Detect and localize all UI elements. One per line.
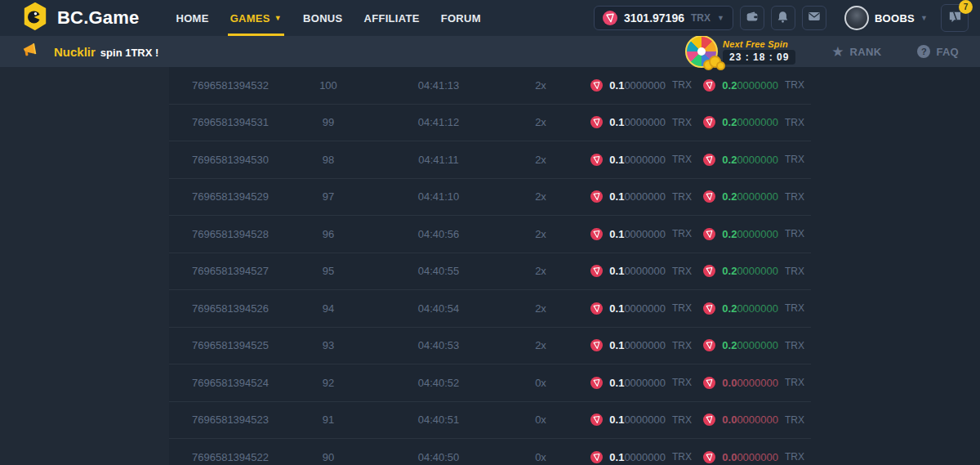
payout-multiplier: 0x bbox=[512, 414, 569, 426]
bet-id: 7696581394527 bbox=[169, 265, 292, 277]
trx-coin-icon bbox=[703, 302, 715, 315]
payout-currency: TRX bbox=[785, 451, 804, 463]
table-row[interactable]: 76965813945239104:40:510x0.10000000TRX0.… bbox=[169, 402, 811, 440]
announcement-right: Next Free Spin 23 : 18 : 09 ★ RANK ? FAQ bbox=[685, 36, 959, 67]
roll-result: 92 bbox=[292, 377, 365, 389]
trx-coin-icon bbox=[703, 116, 715, 128]
announcement-text: Nucklirspin 1TRX ! bbox=[54, 45, 158, 59]
free-spin-widget[interactable]: Next Free Spin 23 : 18 : 09 bbox=[685, 36, 795, 67]
bet-amount-value: 0.10000000 bbox=[609, 154, 666, 166]
payout-value: 0.20000000 bbox=[722, 339, 778, 351]
table-row[interactable]: 76965813945279504:40:552x0.10000000TRX0.… bbox=[169, 253, 811, 291]
trx-coin-icon bbox=[590, 377, 603, 389]
table-row[interactable]: 76965813945289604:40:562x0.10000000TRX0.… bbox=[169, 216, 811, 253]
bet-time: 04:40:51 bbox=[365, 414, 512, 426]
trx-coin-icon bbox=[703, 414, 715, 426]
trx-coin-icon bbox=[603, 11, 617, 25]
megaphone-icon bbox=[21, 41, 39, 62]
brand-logo[interactable]: BC.Game bbox=[21, 2, 139, 34]
trx-coin-icon bbox=[590, 116, 603, 128]
faq-link[interactable]: ? FAQ bbox=[917, 45, 959, 58]
payout-currency: TRX bbox=[785, 414, 804, 426]
payout-value: 0.00000000 bbox=[722, 377, 778, 389]
table-row[interactable]: 769658139453210004:41:132x0.10000000TRX0… bbox=[169, 67, 811, 105]
notifications-button[interactable] bbox=[771, 6, 795, 30]
nav-affiliate[interactable]: AFFILIATE bbox=[353, 0, 430, 36]
nav-bonus[interactable]: BONUS bbox=[292, 0, 353, 36]
bet-time: 04:41:13 bbox=[365, 79, 512, 92]
bet-id: 7696581394524 bbox=[169, 377, 292, 389]
table-row[interactable]: 76965813945249204:40:520x0.10000000TRX0.… bbox=[169, 364, 811, 402]
bet-id: 7696581394531 bbox=[169, 116, 292, 128]
avatar bbox=[844, 6, 869, 30]
lucky-wheel-icon bbox=[685, 35, 718, 68]
nav-forum[interactable]: FORUM bbox=[430, 0, 492, 36]
payout-value: 0.20000000 bbox=[722, 190, 778, 203]
bet-amount: 0.10000000TRX bbox=[569, 154, 692, 166]
payout-multiplier: 2x bbox=[512, 228, 569, 240]
nav-home[interactable]: HOME bbox=[165, 0, 219, 36]
trx-coin-icon bbox=[590, 265, 603, 277]
table-row[interactable]: 76965813945319904:41:122x0.10000000TRX0.… bbox=[169, 105, 811, 142]
bet-amount-value: 0.10000000 bbox=[609, 414, 666, 426]
bet-id: 7696581394528 bbox=[169, 228, 292, 240]
trx-coin-icon bbox=[590, 190, 603, 203]
bet-amount-value: 0.10000000 bbox=[609, 116, 666, 128]
messages-button[interactable] bbox=[802, 6, 826, 30]
trx-coin-icon bbox=[590, 414, 603, 426]
payout-value: 0.20000000 bbox=[722, 228, 778, 240]
payout-multiplier: 2x bbox=[512, 190, 569, 203]
payout-amount: 0.20000000TRX bbox=[692, 154, 804, 166]
chevron-down-icon: ▼ bbox=[920, 14, 928, 22]
trx-coin-icon bbox=[703, 265, 715, 277]
bet-amount: 0.10000000TRX bbox=[569, 414, 692, 426]
payout-currency: TRX bbox=[785, 191, 804, 203]
table-row[interactable]: 76965813945309804:41:112x0.10000000TRX0.… bbox=[169, 141, 811, 179]
roll-result: 97 bbox=[292, 190, 365, 203]
user-menu[interactable]: BOOBS ▼ bbox=[844, 6, 928, 30]
payout-value: 0.00000000 bbox=[722, 414, 778, 426]
bet-amount-currency: TRX bbox=[672, 191, 692, 203]
roll-result: 98 bbox=[292, 154, 365, 166]
payout-amount: 0.20000000TRX bbox=[692, 302, 804, 315]
trx-coin-icon bbox=[703, 154, 715, 166]
roll-result: 93 bbox=[292, 339, 365, 351]
bet-id: 7696581394526 bbox=[169, 302, 292, 315]
table-row[interactable]: 76965813945269404:40:542x0.10000000TRX0.… bbox=[169, 290, 811, 328]
chat-button[interactable]: 7 bbox=[941, 4, 969, 32]
bet-id: 7696581394522 bbox=[169, 451, 292, 463]
payout-value: 0.20000000 bbox=[722, 302, 778, 315]
bet-amount-value: 0.10000000 bbox=[609, 228, 666, 240]
table-row[interactable]: 76965813945229004:40:500x0.10000000TRX0.… bbox=[169, 439, 811, 465]
main-nav: HOME GAMES ▼ BONUS AFFILIATE FORUM bbox=[165, 0, 491, 36]
payout-amount: 0.20000000TRX bbox=[692, 79, 804, 92]
bet-amount-currency: TRX bbox=[672, 154, 692, 165]
balance-amount: 3101.97196 bbox=[624, 11, 684, 25]
payout-multiplier: 2x bbox=[512, 79, 569, 92]
brand-name: BC.Game bbox=[57, 7, 139, 29]
chat-unread-badge: 7 bbox=[959, 0, 973, 14]
bet-amount-currency: TRX bbox=[672, 340, 692, 351]
payout-currency: TRX bbox=[785, 266, 804, 277]
payout-amount: 0.20000000TRX bbox=[692, 339, 804, 351]
payout-currency: TRX bbox=[785, 340, 804, 351]
bet-amount: 0.10000000TRX bbox=[569, 302, 692, 315]
rank-link[interactable]: ★ RANK bbox=[831, 45, 881, 59]
table-row[interactable]: 76965813945259304:40:532x0.10000000TRX0.… bbox=[169, 328, 811, 365]
nav-games[interactable]: GAMES ▼ bbox=[220, 0, 292, 36]
payout-amount: 0.00000000TRX bbox=[692, 377, 804, 389]
bet-amount: 0.10000000TRX bbox=[569, 265, 692, 277]
bet-amount: 0.10000000TRX bbox=[569, 190, 692, 203]
payout-currency: TRX bbox=[785, 79, 804, 91]
balance-selector[interactable]: 3101.97196 TRX ▼ bbox=[594, 6, 733, 30]
bet-amount: 0.10000000TRX bbox=[569, 377, 692, 389]
roll-result: 94 bbox=[292, 302, 365, 315]
trx-coin-icon bbox=[590, 339, 603, 351]
wallet-button[interactable] bbox=[740, 6, 764, 30]
table-row[interactable]: 76965813945299704:41:102x0.10000000TRX0.… bbox=[169, 179, 811, 217]
trx-coin-icon bbox=[703, 190, 715, 203]
payout-value: 0.20000000 bbox=[722, 265, 778, 277]
announcement-link[interactable]: Nucklirspin 1TRX ! bbox=[21, 41, 158, 62]
payout-amount: 0.20000000TRX bbox=[692, 228, 804, 240]
payout-multiplier: 2x bbox=[512, 154, 569, 166]
